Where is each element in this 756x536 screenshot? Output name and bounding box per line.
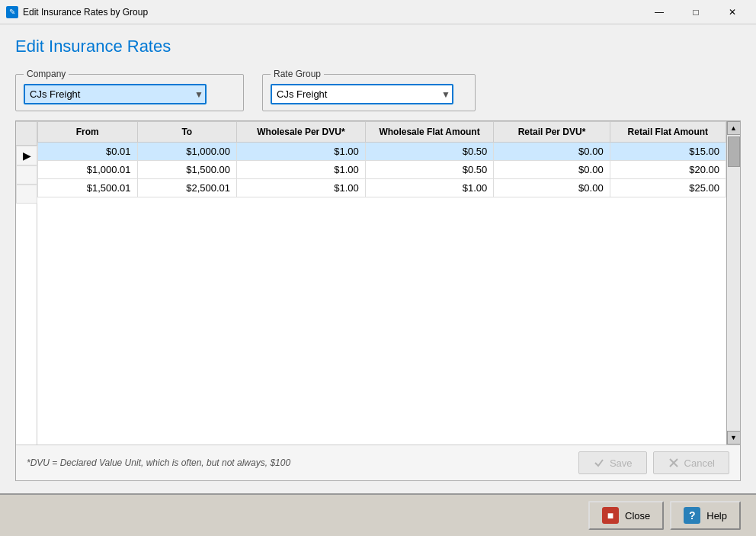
rate-group-label: Rate Group [271,69,324,79]
maximize-button[interactable]: □ [678,2,713,23]
row-indicator-2 [16,165,37,185]
title-bar: ✎ Edit Insurance Rates by Group — □ ✕ [0,0,756,24]
col-wholesale-flat: Wholesale Flat Amount [365,122,494,143]
row-indicator-1: ▶ [16,146,37,165]
cell-to-1: $1,000.00 [137,143,237,161]
footer-buttons: Save Cancel [578,451,729,474]
footnote-text: *DVU = Declared Value Unit, which is oft… [27,457,290,468]
rate-group-select-wrapper: CJs Freight ▼ [271,84,453,104]
row-indicator-3 [16,185,37,204]
table-panel: ▶ From To [15,120,741,481]
insurance-rates-table: From To Wholesale Per DVU* Wholesale Fla… [37,121,726,350]
save-button[interactable]: Save [578,451,647,474]
rate-group-select[interactable]: CJs Freight [271,84,453,104]
cell-retail-flat-3: $25.00 [610,179,726,197]
cell-retail-flat-1: $15.00 [610,143,726,161]
cell-from-1: $0.01 [38,143,138,161]
title-bar-controls: — □ ✕ [642,2,750,23]
close-button[interactable]: ■ Close [588,501,664,530]
scroll-down-button[interactable]: ▼ [727,431,741,445]
window-close-button[interactable]: ✕ [715,2,750,23]
col-retail-flat: Retail Flat Amount [610,122,726,143]
cell-wholesale-flat-3: $1.00 [365,179,494,197]
cell-from-2: $1,000.01 [38,161,138,179]
cell-to-3: $2,500.01 [137,179,237,197]
table-row[interactable]: $1,000.01 $1,500.00 $1.00 $0.50 $0.00 $2… [38,161,726,179]
cell-retail-flat-2: $20.00 [610,161,726,179]
col-retail-per-dvu: Retail Per DVU* [494,122,610,143]
company-label: Company [24,69,69,79]
cancel-label: Cancel [684,457,715,469]
table-row[interactable]: $1,500.01 $2,500.01 $1.00 $1.00 $0.00 $2… [38,179,726,197]
scroll-up-button[interactable]: ▲ [727,121,741,135]
table-row[interactable]: $0.01 $1,000.00 $1.00 $0.50 $0.00 $15.00 [38,143,726,161]
cancel-button[interactable]: Cancel [653,451,729,474]
close-label: Close [625,510,650,522]
cell-retail-dvu-2: $0.00 [494,161,610,179]
company-select[interactable]: CJs Freight [24,84,207,104]
cell-to-2: $1,500.00 [137,161,237,179]
help-icon: ? [684,507,700,524]
help-label: Help [706,510,727,522]
cell-wholesale-dvu-1: $1.00 [237,143,366,161]
rate-group-fieldset: Rate Group CJs Freight ▼ [262,69,476,111]
cell-wholesale-flat-1: $0.50 [365,143,494,161]
save-icon [593,457,605,469]
col-from: From [38,122,138,143]
table-wrapper: ▶ From To [16,121,740,445]
help-button[interactable]: ? Help [670,501,741,530]
table-footer: *DVU = Declared Value Unit, which is oft… [16,445,740,480]
cancel-icon [668,457,680,469]
cell-wholesale-dvu-3: $1.00 [237,179,366,197]
bottom-bar: ■ Close ? Help [0,493,756,536]
cell-from-3: $1,500.01 [38,179,138,197]
page-title: Edit Insurance Rates [15,37,741,56]
col-to: To [137,122,237,143]
company-select-wrapper: CJs Freight ▼ [24,84,207,104]
table-scrollbar[interactable]: ▲ ▼ [726,121,740,445]
window-icon: ✎ [6,6,18,18]
table-empty-space [38,197,726,350]
window-title: Edit Insurance Rates by Group [23,7,642,18]
cell-retail-dvu-3: $0.00 [494,179,610,197]
col-wholesale-per-dvu: Wholesale Per DVU* [237,122,366,143]
company-fieldset: Company CJs Freight ▼ [15,69,244,111]
save-label: Save [610,457,633,469]
cell-wholesale-flat-2: $0.50 [365,161,494,179]
main-window: ✎ Edit Insurance Rates by Group — □ ✕ Ed… [0,0,756,536]
minimize-button[interactable]: — [642,2,677,23]
cell-wholesale-dvu-2: $1.00 [237,161,366,179]
scroll-track[interactable] [727,135,740,431]
main-content: Edit Insurance Rates Company CJs Freight… [0,24,756,493]
close-icon: ■ [602,507,619,524]
cell-retail-dvu-1: $0.00 [494,143,610,161]
fields-row: Company CJs Freight ▼ Rate Group CJs Fre… [15,69,741,111]
scroll-thumb[interactable] [728,136,740,167]
